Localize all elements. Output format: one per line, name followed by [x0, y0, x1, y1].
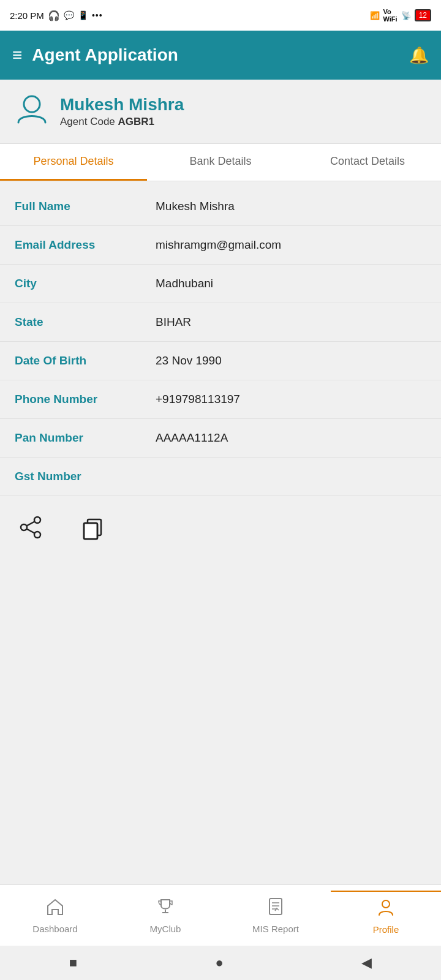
- value-dob: 23 Nov 1990: [156, 354, 426, 368]
- copy-icon[interactable]: [80, 514, 105, 545]
- status-left: 2:20 PM 🎧 💬 📱 •••: [10, 10, 103, 21]
- svg-rect-7: [84, 523, 97, 539]
- status-right: 📶 VoWiFi 📡 12: [370, 8, 431, 23]
- hamburger-menu-icon[interactable]: ≡: [12, 47, 22, 64]
- personal-details-section: Full Name Mukesh Mishra Email Address mi…: [0, 181, 441, 727]
- label-city: City: [15, 277, 156, 290]
- android-square-icon[interactable]: ■: [69, 955, 77, 971]
- android-nav-bar: ■ ● ◀: [0, 946, 441, 980]
- content-spacer: [0, 727, 441, 884]
- svg-point-1: [34, 517, 40, 523]
- label-fullname: Full Name: [15, 200, 156, 213]
- app-header-left: ≡ Agent Application: [12, 45, 178, 65]
- profile-avatar-icon: [15, 92, 49, 131]
- wifi-icon: 📡: [401, 11, 411, 20]
- profile-agent-code: Agent Code AGBR1: [60, 116, 184, 128]
- dashboard-home-icon: [46, 897, 64, 920]
- value-email: mishramgm@gmail.com: [156, 238, 426, 252]
- svg-point-2: [21, 524, 27, 530]
- label-state: State: [15, 315, 156, 329]
- share-icon[interactable]: [18, 515, 43, 545]
- profile-name: Mukesh Mishra: [60, 95, 184, 115]
- svg-rect-11: [270, 899, 282, 914]
- nav-label-mis-report: MIS Report: [252, 924, 299, 934]
- nav-label-profile: Profile: [373, 924, 399, 935]
- tabs-bar: Personal Details Bank Details Contact De…: [0, 144, 441, 181]
- myclub-trophy-icon: [156, 897, 175, 920]
- svg-line-5: [27, 529, 35, 533]
- nav-label-dashboard: Dashboard: [32, 924, 77, 934]
- detail-row-pan: Pan Number AAAAA1112A: [0, 419, 441, 458]
- message-icon: 💬: [64, 10, 74, 20]
- battery-icon: 12: [415, 9, 431, 21]
- tab-contact-details[interactable]: Contact Details: [294, 144, 441, 181]
- svg-point-3: [34, 532, 40, 538]
- svg-point-15: [382, 900, 390, 908]
- profile-person-icon: [377, 898, 395, 921]
- bottom-nav: Dashboard MyClub MIS Report: [0, 884, 441, 946]
- app-header: ≡ Agent Application 🔔: [0, 31, 441, 80]
- detail-row-email: Email Address mishramgm@gmail.com: [0, 226, 441, 265]
- more-icon: •••: [92, 10, 103, 20]
- app-title: Agent Application: [32, 45, 178, 65]
- headset-icon: 🎧: [48, 10, 60, 21]
- value-city: Madhubani: [156, 277, 426, 290]
- signal-icon: 📶: [370, 11, 380, 20]
- detail-row-fullname: Full Name Mukesh Mishra: [0, 187, 441, 226]
- tab-personal-details[interactable]: Personal Details: [0, 144, 147, 181]
- detail-row-city: City Madhubani: [0, 265, 441, 303]
- svg-line-4: [27, 522, 35, 526]
- svg-point-0: [24, 96, 40, 112]
- label-dob: Date Of Birth: [15, 354, 156, 368]
- label-phone: Phone Number: [15, 393, 156, 406]
- nav-item-myclub[interactable]: MyClub: [110, 891, 221, 940]
- detail-row-state: State BIHAR: [0, 303, 441, 342]
- nav-label-myclub: MyClub: [150, 924, 181, 934]
- nav-item-mis-report[interactable]: MIS Report: [221, 891, 331, 940]
- voip-icon: 📱: [78, 10, 88, 20]
- detail-row-dob: Date Of Birth 23 Nov 1990: [0, 342, 441, 380]
- tab-bank-details[interactable]: Bank Details: [147, 144, 294, 181]
- value-phone: +919798113197: [156, 393, 426, 406]
- value-pan: AAAAA1112A: [156, 431, 426, 445]
- profile-name-block: Mukesh Mishra Agent Code AGBR1: [60, 95, 184, 128]
- android-back-icon[interactable]: ◀: [361, 955, 372, 971]
- value-fullname: Mukesh Mishra: [156, 200, 426, 213]
- label-email: Email Address: [15, 238, 156, 252]
- mis-report-icon: [266, 897, 285, 920]
- value-state: BIHAR: [156, 315, 426, 329]
- label-pan: Pan Number: [15, 431, 156, 445]
- time-display: 2:20 PM: [10, 10, 44, 21]
- profile-header: Mukesh Mishra Agent Code AGBR1: [0, 80, 441, 144]
- nav-item-dashboard[interactable]: Dashboard: [0, 891, 110, 940]
- vowifi-label: VoWiFi: [383, 8, 398, 23]
- detail-row-phone: Phone Number +919798113197: [0, 380, 441, 419]
- detail-row-gst: Gst Number: [0, 458, 441, 496]
- notification-bell-icon[interactable]: 🔔: [409, 46, 429, 65]
- android-home-circle-icon[interactable]: ●: [216, 955, 224, 971]
- nav-item-profile[interactable]: Profile: [331, 891, 441, 941]
- action-icons-row: [0, 496, 441, 564]
- status-bar: 2:20 PM 🎧 💬 📱 ••• 📶 VoWiFi 📡 12: [0, 0, 441, 31]
- label-gst: Gst Number: [15, 470, 156, 483]
